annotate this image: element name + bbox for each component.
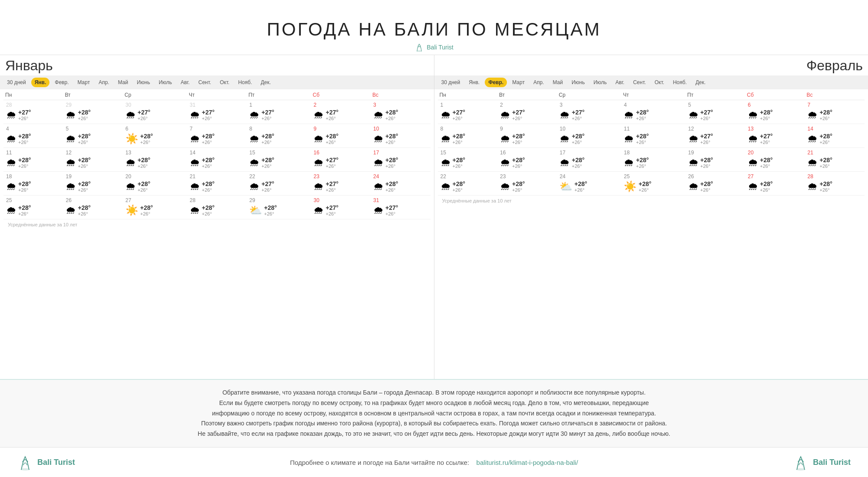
- nav-nov-jan[interactable]: Нояб.: [235, 78, 256, 87]
- nav-mar-jan[interactable]: Март: [74, 78, 93, 87]
- temp-low: +26°: [140, 140, 153, 145]
- temp-block: +28°+26°: [18, 180, 31, 193]
- calendar-day-cell: 23🌧+27°+26°: [311, 172, 370, 196]
- temp-block: +28°+26°: [819, 157, 832, 169]
- temp-low: +26°: [512, 116, 525, 121]
- temp-high: +28°: [78, 180, 90, 187]
- rainy-icon: 🌧: [6, 205, 16, 216]
- january-nav[interactable]: 30 дней Янв. Февр. Март Апр. Май Июнь Ию…: [0, 75, 434, 89]
- temp-block: +27°+26°: [261, 180, 274, 193]
- february-header: Февраль: [434, 55, 868, 75]
- footer-link-label: Подробнее о климате и погоде на Бали чит…: [290, 459, 469, 466]
- col-sat-jan: Сб: [311, 89, 370, 100]
- calendars-row: Январь 30 дней Янв. Февр. Март Апр. Май …: [0, 55, 868, 379]
- day-number: 10: [559, 126, 618, 132]
- nav-sep-feb[interactable]: Сент.: [630, 78, 649, 87]
- rainy-icon: 🌧: [748, 134, 758, 144]
- weather-cell: 🌧+28°+26°: [748, 109, 802, 121]
- nav-apr-jan[interactable]: Апр.: [95, 78, 113, 87]
- footer: Bali Turist Подробнее о климате и погоде…: [0, 447, 868, 477]
- temp-high: +28°: [819, 109, 832, 116]
- nav-jun-feb[interactable]: Июнь: [568, 78, 589, 87]
- temp-high: +28°: [819, 180, 832, 187]
- weather-cell: 🌧+28°+26°: [6, 204, 60, 216]
- weather-cell: ☀️+28°+26°: [125, 133, 184, 145]
- rainy-icon: 🌧: [624, 134, 634, 144]
- nav-apr-feb[interactable]: Апр.: [530, 78, 548, 87]
- weather-cell: 🌧+28°+26°: [66, 157, 120, 169]
- nav-aug-feb[interactable]: Авг.: [612, 78, 628, 87]
- calendar-day-cell: 14🌧+28°+26°: [805, 124, 865, 148]
- nav-jan-feb[interactable]: Янв.: [465, 78, 483, 87]
- temp-low: +26°: [326, 211, 338, 216]
- temp-low: +26°: [385, 211, 398, 216]
- logo-center: Bali Turist: [0, 42, 868, 52]
- partly-cloudy-icon: ⛅: [559, 181, 572, 192]
- nav-30days-jan[interactable]: 30 дней: [3, 78, 30, 87]
- weather-cell: 🌧+27°+26°: [313, 109, 368, 121]
- calendar-day-cell: 12🌧+27°+26°: [686, 124, 745, 148]
- day-number: 13: [748, 126, 802, 132]
- svg-point-0: [417, 50, 422, 52]
- calendar-day-cell: 9🌧+28°+26°: [497, 124, 557, 148]
- february-section: Февраль 30 дней Янв. Февр. Март Апр. Май…: [434, 55, 868, 379]
- temp-high: +27°: [453, 109, 465, 116]
- nav-nov-feb[interactable]: Нояб.: [669, 78, 690, 87]
- rainy-icon: 🌧: [6, 110, 16, 120]
- rainy-icon: 🌧: [624, 110, 634, 120]
- temp-high: +28°: [453, 157, 465, 163]
- weather-cell: 🌧+28°+26°: [66, 109, 120, 121]
- temp-block: +27°+26°: [453, 109, 465, 121]
- temp-low: +26°: [18, 163, 31, 169]
- nav-jan-active[interactable]: Янв.: [31, 78, 50, 87]
- nav-dec-feb[interactable]: Дек.: [692, 78, 709, 87]
- february-nav[interactable]: 30 дней Янв. Февр. Март Апр. Май Июнь Ию…: [434, 75, 868, 89]
- temp-high: +28°: [18, 133, 31, 140]
- weather-cell: 🌧+27°+26°: [125, 109, 184, 121]
- day-number: 5: [688, 102, 743, 108]
- nav-jun-jan[interactable]: Июнь: [133, 78, 154, 87]
- day-number: 27: [748, 173, 802, 180]
- temp-high: +27°: [326, 180, 338, 187]
- calendar-day-cell: 11🌧+28°+26°: [621, 124, 685, 148]
- temp-block: +28°+26°: [638, 180, 651, 193]
- nav-sep-jan[interactable]: Сент.: [195, 78, 214, 87]
- nav-may-feb[interactable]: Май: [549, 78, 566, 87]
- nav-jul-feb[interactable]: Июль: [590, 78, 610, 87]
- calendar-day-cell: 20🌧+28°+26°: [123, 172, 187, 196]
- nav-30days-feb[interactable]: 30 дней: [438, 78, 464, 87]
- footer-logo-left: Bali Turist: [17, 454, 75, 471]
- nav-may-jan[interactable]: Май: [115, 78, 132, 87]
- nav-feb-active[interactable]: Февр.: [485, 78, 507, 87]
- col-thu-feb: Чт: [621, 89, 685, 100]
- nav-oct-feb[interactable]: Окт.: [651, 78, 667, 87]
- day-number: 15: [249, 150, 308, 156]
- nav-oct-jan[interactable]: Окт.: [216, 78, 233, 87]
- tree-icon-right: [793, 454, 809, 471]
- col-wed-jan: Ср: [123, 89, 187, 100]
- temp-high: +28°: [700, 157, 713, 163]
- temp-block: +27°+26°: [326, 180, 338, 193]
- nav-dec-jan[interactable]: Дек.: [257, 78, 274, 87]
- temp-block: +28°+26°: [261, 157, 274, 169]
- footer-link-url[interactable]: baliturist.ru/klimat-i-pogoda-na-bali/: [477, 459, 578, 466]
- temp-high: +27°: [261, 180, 274, 187]
- calendar-day-cell: 13🌧+28°+26°: [123, 148, 187, 172]
- temp-low: +26°: [261, 187, 274, 193]
- logo-icon-center: [414, 42, 424, 52]
- nav-feb-jan[interactable]: Февр.: [51, 78, 72, 87]
- temp-high: +28°: [78, 204, 90, 211]
- calendar-day-cell: 2🌧+27°+26°: [311, 100, 370, 124]
- rainy-icon: 🌧: [441, 110, 451, 120]
- nav-aug-jan[interactable]: Авг.: [177, 78, 193, 87]
- nav-mar-feb[interactable]: Март: [509, 78, 528, 87]
- table-row: 8🌧+28°+26°9🌧+28°+26°10🌧+28°+26°11🌧+28°+2…: [438, 124, 865, 148]
- day-number: 20: [748, 150, 802, 156]
- nav-jul-jan[interactable]: Июль: [155, 78, 176, 87]
- calendar-day-cell: 27☀️+28°+26°: [123, 196, 187, 219]
- temp-block: +28°+26°: [760, 180, 773, 193]
- rainy-icon: 🌧: [748, 181, 758, 192]
- temp-block: +27°+26°: [138, 109, 150, 121]
- temp-high: +28°: [453, 133, 465, 140]
- day-number: 28: [807, 173, 862, 180]
